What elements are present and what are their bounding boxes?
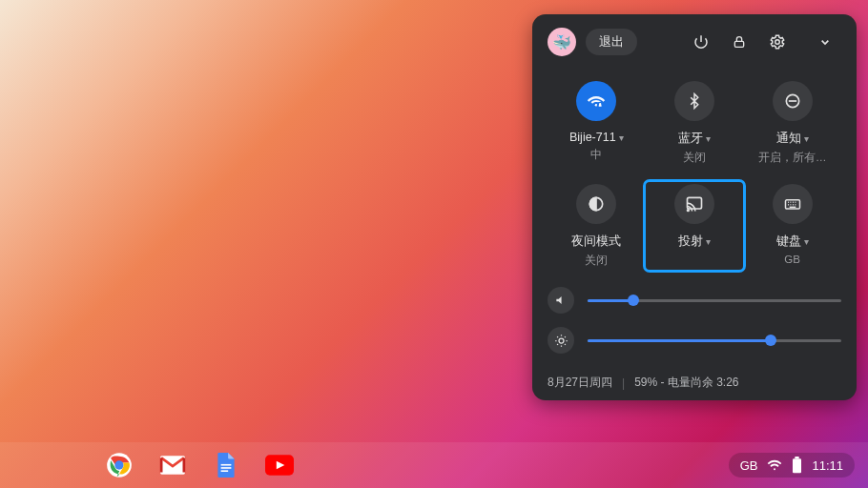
panel-battery: 59% - 电量尚余 3:26 bbox=[634, 375, 738, 391]
signout-button[interactable]: 退出 bbox=[586, 29, 637, 55]
tile-cast[interactable]: 投射▾ bbox=[646, 182, 744, 270]
panel-header: 🐳 退出 bbox=[548, 26, 841, 58]
settings-tiles: Bijie-711▾ 中 蓝牙▾ 关闭 通知▾ 开启，所有… 夜间模式 关闭 bbox=[548, 79, 841, 270]
wifi-status-icon bbox=[767, 458, 782, 472]
shelf: GB 11:11 bbox=[0, 442, 868, 488]
volume-icon[interactable] bbox=[548, 287, 574, 314]
status-clock: 11:11 bbox=[812, 458, 843, 473]
volume-slider[interactable] bbox=[588, 299, 841, 302]
lock-icon bbox=[732, 34, 747, 50]
keyboard-icon bbox=[773, 184, 813, 224]
tile-label: Bijie-711▾ bbox=[569, 131, 624, 144]
battery-status-icon bbox=[792, 457, 802, 474]
tile-label: 通知▾ bbox=[776, 131, 809, 147]
tile-status: 关闭 bbox=[683, 151, 706, 165]
power-icon bbox=[692, 33, 710, 51]
wifi-icon bbox=[576, 81, 616, 121]
gear-icon bbox=[769, 33, 786, 51]
chevron-down-icon: ▾ bbox=[804, 133, 809, 144]
separator: | bbox=[622, 376, 625, 390]
svg-rect-23 bbox=[221, 464, 232, 466]
svg-rect-28 bbox=[796, 457, 800, 458]
app-chrome[interactable] bbox=[105, 451, 134, 479]
chevron-down-icon: ▾ bbox=[619, 132, 624, 143]
chevron-down-icon: ▾ bbox=[706, 236, 711, 247]
lock-button[interactable] bbox=[723, 26, 755, 58]
shelf-apps bbox=[105, 451, 294, 479]
svg-point-18 bbox=[559, 338, 564, 343]
tile-label: 键盘▾ bbox=[776, 234, 809, 250]
quick-settings-panel: 🐳 退出 Bijie-711▾ 中 bbox=[532, 14, 857, 400]
tile-keyboard[interactable]: 键盘▾ GB bbox=[743, 182, 841, 270]
chevron-down-icon: ▾ bbox=[706, 133, 711, 144]
chevron-down-icon: ▾ bbox=[804, 236, 809, 247]
panel-date: 8月27日周四 bbox=[548, 375, 612, 391]
panel-footer: 8月27日周四 | 59% - 电量尚余 3:26 bbox=[548, 367, 841, 391]
status-ime: GB bbox=[740, 458, 758, 473]
svg-point-7 bbox=[687, 210, 689, 212]
tile-nightlight[interactable]: 夜间模式 关闭 bbox=[548, 182, 646, 270]
brightness-slider[interactable] bbox=[588, 339, 841, 342]
tile-label: 蓝牙▾ bbox=[678, 131, 711, 147]
tile-status: GB bbox=[784, 254, 800, 265]
tile-status: 开启，所有… bbox=[758, 151, 827, 165]
tile-wifi[interactable]: Bijie-711▾ 中 bbox=[548, 79, 646, 167]
dnd-icon bbox=[773, 81, 813, 121]
youtube-icon bbox=[265, 455, 294, 476]
tile-status: 中 bbox=[590, 148, 602, 162]
brightness-row bbox=[548, 327, 841, 354]
tile-bluetooth[interactable]: 蓝牙▾ 关闭 bbox=[646, 79, 744, 167]
tile-status: 关闭 bbox=[585, 254, 608, 268]
status-area[interactable]: GB 11:11 bbox=[729, 453, 855, 478]
settings-button[interactable] bbox=[761, 26, 794, 58]
volume-row bbox=[548, 287, 841, 314]
svg-point-1 bbox=[775, 40, 780, 45]
app-docs[interactable] bbox=[212, 451, 240, 479]
power-button[interactable] bbox=[685, 26, 717, 58]
sliders bbox=[548, 287, 841, 354]
chrome-icon bbox=[106, 452, 133, 478]
app-gmail[interactable] bbox=[158, 451, 187, 479]
brightness-icon[interactable] bbox=[548, 327, 574, 354]
svg-rect-24 bbox=[221, 467, 232, 469]
collapse-button[interactable] bbox=[809, 26, 841, 58]
svg-rect-0 bbox=[734, 41, 743, 47]
avatar[interactable]: 🐳 bbox=[548, 28, 576, 56]
docs-icon bbox=[216, 452, 237, 478]
tile-label: 投射▾ bbox=[678, 234, 711, 250]
tile-notifications[interactable]: 通知▾ 开启，所有… bbox=[743, 79, 841, 167]
chevron-down-icon bbox=[817, 34, 833, 50]
bluetooth-icon bbox=[674, 81, 714, 121]
app-youtube[interactable] bbox=[265, 451, 294, 479]
nightlight-icon bbox=[576, 184, 616, 224]
tile-label: 夜间模式 bbox=[571, 234, 621, 250]
cast-icon bbox=[674, 184, 714, 224]
gmail-icon bbox=[159, 455, 186, 476]
svg-rect-25 bbox=[221, 470, 229, 472]
